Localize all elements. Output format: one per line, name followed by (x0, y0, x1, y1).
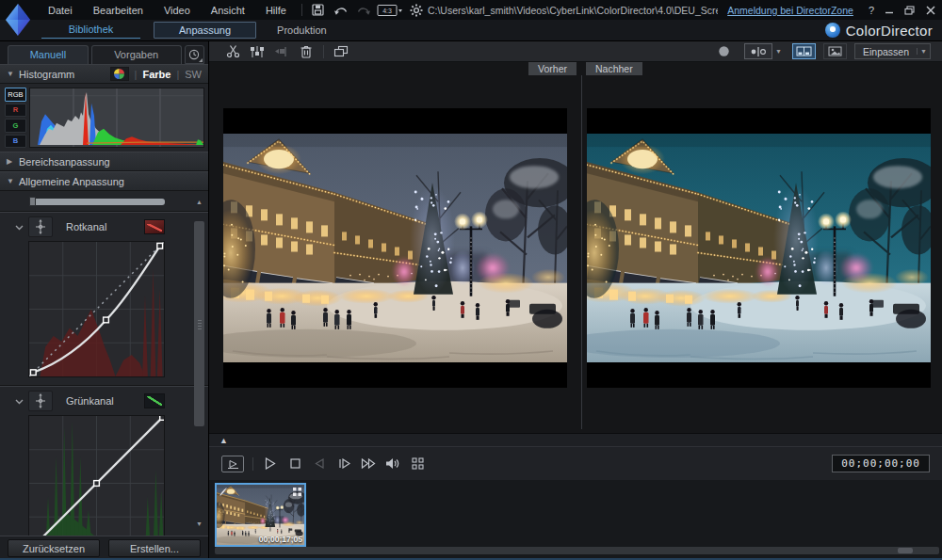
history-clock-button[interactable] (185, 45, 205, 64)
collapse-triangle-icon: ▼ (7, 177, 19, 185)
fast-forward-button[interactable] (356, 454, 381, 474)
bw-mode-toggle[interactable]: SW (185, 69, 202, 80)
menu-datei[interactable]: Datei (38, 5, 83, 16)
divider: | (135, 69, 138, 80)
transport-controls: 00;00;00;00 (209, 446, 942, 480)
menu-video[interactable]: Video (154, 5, 201, 16)
timeline-scrollbar[interactable] (215, 547, 939, 554)
allgemeine-anpassung-header[interactable]: ▼ Allgemeine Anpassung (0, 171, 208, 191)
histogram-graph[interactable] (29, 88, 204, 148)
document-path: C:\Users\karl_smith\Videos\CyberLink\Col… (428, 5, 718, 16)
clip-thumbnail[interactable]: 00;00;17;05 (215, 483, 306, 547)
playhead-marker[interactable]: ▲ (219, 436, 228, 445)
adjustment-panel: Manuell Vorgaben ▼ Histogramm | Farbe | … (0, 41, 209, 560)
histogram-box: RGB R G B (0, 84, 208, 152)
channel-g-button[interactable]: G (5, 119, 26, 133)
aspect-ratio-icon[interactable]: 4:3 (375, 2, 405, 19)
collapse-triangle-icon: ▼ (7, 70, 19, 78)
create-preset-button[interactable]: Erstellen... (108, 539, 201, 557)
compare-view-icon[interactable] (329, 42, 353, 61)
channel-rgb-button[interactable]: RGB (5, 88, 26, 102)
colordirector-window: Datei Bearbeiten Video Ansicht Hilfe 4:3 (0, 0, 942, 560)
app-name: ColorDirector (846, 23, 933, 39)
red-tone-curve[interactable] (28, 241, 165, 377)
zoom-fit-value: Einpassen (855, 46, 917, 57)
panel-tabs: Manuell Vorgaben (0, 41, 208, 64)
sample-color-button[interactable] (712, 42, 737, 61)
target-adjust-icon[interactable] (28, 391, 53, 411)
channel-r-button[interactable]: R (5, 104, 26, 118)
after-video-frame[interactable] (587, 108, 931, 388)
red-curve-chip-icon[interactable] (144, 219, 165, 234)
directorzone-signin-link[interactable]: Anmeldung bei DirectorZone (727, 5, 853, 16)
bereichsanpassung-header[interactable]: ▶ Bereichsanpassung (0, 152, 208, 171)
previous-frame-button[interactable] (307, 454, 332, 474)
green-tone-curve[interactable] (28, 415, 165, 536)
adjusted-brush-icon (219, 487, 229, 499)
minimize-button[interactable] (880, 3, 898, 18)
scrollbar-thumb[interactable] (194, 221, 204, 426)
menu-ansicht[interactable]: Ansicht (201, 5, 255, 16)
menu-bearbeiten[interactable]: Bearbeiten (83, 5, 154, 16)
divider (301, 4, 302, 16)
close-button[interactable] (921, 3, 939, 18)
restore-button[interactable] (901, 3, 918, 18)
chevron-down-icon[interactable] (15, 221, 28, 232)
before-video-frame[interactable] (223, 108, 567, 388)
channel-buttons: RGB R G B (5, 88, 26, 148)
preview-area: Vorher Nachher (209, 62, 942, 433)
histogram-header[interactable]: ▼ Histogramm | Farbe | SW (0, 64, 208, 84)
menu-hilfe[interactable]: Hilfe (255, 5, 297, 16)
stop-button[interactable] (283, 454, 307, 474)
clip-duration: 00;00;17;05 (259, 535, 302, 544)
tab-manuell[interactable]: Manuell (8, 45, 89, 64)
color-mode-toggle[interactable]: Farbe (142, 69, 171, 80)
reset-button[interactable]: Zurücksetzen (8, 539, 100, 557)
target-adjust-icon[interactable] (28, 216, 53, 237)
adjustment-slider[interactable] (32, 199, 165, 205)
redo-icon[interactable] (352, 2, 375, 19)
color-wheel-icon[interactable] (110, 67, 129, 81)
zoom-fit-select[interactable]: Einpassen ▼ (854, 43, 931, 59)
help-button[interactable]: ? (869, 5, 874, 16)
remove-keyframe-icon[interactable] (269, 42, 294, 61)
scroll-up-icon[interactable]: ▲ (193, 197, 205, 208)
zoom-select-grid-icon[interactable] (405, 454, 430, 474)
scrollbar-thumb[interactable] (898, 548, 913, 553)
delete-trash-icon[interactable] (294, 42, 318, 61)
undo-icon[interactable] (330, 2, 352, 19)
play-button[interactable] (258, 454, 283, 474)
red-curve-header: Rotkanal (0, 213, 208, 241)
tab-anpassung[interactable]: Anpassung (154, 22, 256, 39)
split-clip-scissors-icon[interactable] (220, 42, 245, 61)
next-frame-button[interactable] (332, 454, 356, 474)
expand-triangle-icon: ▶ (7, 157, 19, 166)
tab-bibliothek[interactable]: Bibliothek (41, 24, 140, 39)
brand: ColorDirector (825, 23, 933, 39)
scroll-down-icon[interactable]: ▼ (193, 519, 205, 530)
side-by-side-view-button[interactable] (792, 43, 816, 59)
split-view-button[interactable] (744, 43, 772, 59)
keyframe-grid-icon[interactable] (245, 42, 269, 61)
keyframe-grid-icon (292, 487, 302, 499)
save-icon[interactable] (307, 2, 330, 19)
tab-vorgaben[interactable]: Vorgaben (91, 45, 182, 64)
panel-scrollbar[interactable]: ▲ ▼ (193, 197, 205, 530)
before-video-image (223, 134, 567, 362)
chevron-down-icon[interactable] (15, 395, 28, 407)
split-view-dropdown-icon[interactable]: ▼ (772, 43, 785, 59)
play-in-viewer-button[interactable] (221, 456, 244, 472)
channel-b-button[interactable]: B (5, 135, 26, 149)
tab-produktion[interactable]: Produktion (277, 24, 327, 36)
seek-bar[interactable]: ▲ (209, 433, 942, 446)
volume-speaker-icon[interactable] (381, 454, 405, 474)
divider (323, 45, 324, 58)
bereichsanpassung-title: Bereichsanpassung (19, 156, 110, 168)
adjustment-scroll-area: Rotkanal (0, 191, 208, 536)
single-view-button[interactable] (823, 43, 847, 59)
colordirector-logo-icon (825, 23, 840, 38)
timecode-display: 00;00;00;00 (832, 455, 930, 472)
settings-gear-icon[interactable] (405, 2, 428, 19)
slider-handle[interactable] (29, 197, 36, 206)
green-curve-chip-icon[interactable] (144, 393, 165, 408)
